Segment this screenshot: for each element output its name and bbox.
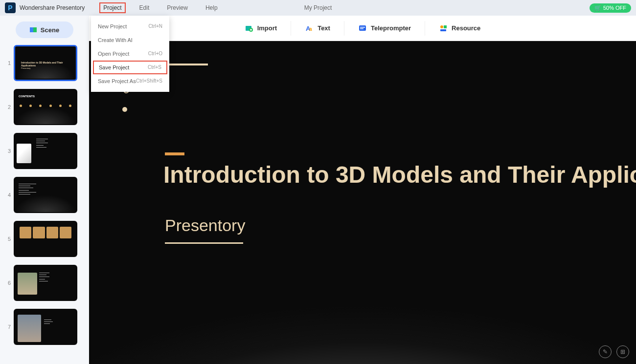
tool-import[interactable]: Import <box>231 21 291 36</box>
thumb-title: CONTENTS <box>19 95 35 98</box>
slide-thumb-4[interactable]: ▬▬▬▬▬▬▬▬▬▬▬▬▬▬▬▬▬▬▬▬▬▬▬▬▬▬▬▬▬▬▬▬▬▬▬▬▬▬▬▬… <box>14 177 77 213</box>
decorative-dot <box>122 107 127 112</box>
tool-import-label: Import <box>257 24 277 32</box>
canvas[interactable]: Introduction to 3D Models and Their Appl… <box>89 41 636 364</box>
teleprompter-icon <box>358 24 367 33</box>
text-icon: Aa <box>305 24 314 33</box>
menu-save-as[interactable]: Save Project As Ctrl+Shift+S <box>91 74 169 88</box>
resource-icon <box>439 24 448 33</box>
tool-text[interactable]: Aa Text <box>291 21 344 36</box>
svg-rect-4 <box>359 25 366 31</box>
slide-title[interactable]: Introduction to 3D Models and Their Appl… <box>163 161 636 188</box>
subtitle-underline <box>165 242 243 244</box>
thumb-number: 5 <box>5 236 14 242</box>
slide-thumb-1[interactable]: Introduction to 3D Models and Their Appl… <box>14 45 77 81</box>
thumb-sub: Presentory <box>21 67 30 69</box>
tool-resource-label: Resource <box>452 24 480 32</box>
menu-edit[interactable]: Edit <box>136 2 154 13</box>
scene-label: Scene <box>41 26 59 34</box>
thumb-number: 6 <box>5 280 14 286</box>
titlebar: P Wondershare Presentory Project Edit Pr… <box>0 0 636 16</box>
thumb-number: 2 <box>5 104 14 110</box>
slide-thumb-3[interactable]: ▬▬▬▬▬▬▬▬▬▬▬▬▬▬▬▬▬▬▬▬▬▬▬▬▬▬▬▬▬▬▬▬▬▬ <box>14 133 77 169</box>
shortcut: Ctrl+O <box>148 51 162 57</box>
annotate-icon[interactable]: ✎ <box>599 345 612 358</box>
menu-create-ai-label: Create With AI <box>98 37 133 43</box>
tool-resource[interactable]: Resource <box>425 21 494 36</box>
menu-open-project-label: Open Project <box>98 51 129 57</box>
content-area: Import Aa Text Teleprompter Resource Int… <box>89 16 636 364</box>
menu-save-project[interactable]: Save Project Ctrl+S <box>93 61 167 74</box>
import-icon <box>245 24 253 33</box>
thumb-title: Introduction to 3D Models and Their Appl… <box>21 61 75 67</box>
project-dropdown: New Project Ctrl+N Create With AI Open P… <box>91 16 169 92</box>
menu-create-ai[interactable]: Create With AI <box>91 33 169 47</box>
tool-text-label: Text <box>318 24 330 32</box>
svg-rect-5 <box>360 27 365 28</box>
thumb-number: 4 <box>5 192 14 198</box>
promo-badge[interactable]: 🛒 50% OFF <box>590 3 631 13</box>
slide-subtitle[interactable]: Presentory <box>165 216 245 235</box>
thumb-number: 1 <box>5 60 14 66</box>
slide-thumb-5[interactable] <box>14 221 77 257</box>
menu-save-as-label: Save Project As <box>98 78 136 84</box>
project-title: My Project <box>304 4 332 11</box>
menu-save-project-label: Save Project <box>99 64 129 70</box>
grid-icon[interactable]: ⊞ <box>616 345 629 358</box>
app-logo-icon: P <box>5 2 16 13</box>
toolbar: Import Aa Text Teleprompter Resource <box>89 16 636 41</box>
thumb-number: 7 <box>5 324 14 330</box>
menu-new-project[interactable]: New Project Ctrl+N <box>91 20 169 33</box>
accent-bar <box>165 152 184 155</box>
menu-preview[interactable]: Preview <box>163 2 192 13</box>
tool-teleprompter-label: Teleprompter <box>371 24 411 32</box>
svg-rect-6 <box>360 28 363 29</box>
menu-help[interactable]: Help <box>202 2 222 13</box>
menu-bar: Project Edit Preview Help <box>99 2 221 13</box>
scene-icon <box>30 27 37 32</box>
menu-new-project-label: New Project <box>98 23 127 29</box>
shortcut: Ctrl+S <box>148 64 161 70</box>
thumb-number: 3 <box>5 148 14 154</box>
promo-label: 50% OFF <box>603 5 626 11</box>
slide-thumbnails: 1 Introduction to 3D Models and Their Ap… <box>0 45 89 353</box>
menu-open-project[interactable]: Open Project Ctrl+O <box>91 47 169 61</box>
slide-thumb-7[interactable]: ▬▬▬▬▬▬▬▬▬▬▬▬▬▬▬ <box>14 309 77 345</box>
tool-teleprompter[interactable]: Teleprompter <box>344 21 425 36</box>
slide-thumb-6[interactable]: ▬▬▬▬▬▬▬▬▬▬▬▬▬▬▬▬▬▬▬▬▬▬▬▬▬▬▬▬▬ <box>14 265 77 301</box>
shortcut: Ctrl+N <box>148 23 162 29</box>
cart-icon: 🛒 <box>594 5 601 11</box>
svg-rect-8 <box>444 25 447 28</box>
sidebar: Scene 1 Introduction to 3D Models and Th… <box>0 16 89 364</box>
svg-point-7 <box>440 25 443 28</box>
scene-button[interactable]: Scene <box>16 21 73 38</box>
slide-thumb-2[interactable]: CONTENTS <box>14 89 77 125</box>
svg-text:a: a <box>309 26 312 32</box>
svg-rect-9 <box>440 29 446 31</box>
app-name: Wondershare Presentory <box>20 4 85 11</box>
shortcut: Ctrl+Shift+S <box>136 78 162 84</box>
menu-project[interactable]: Project <box>99 2 125 13</box>
